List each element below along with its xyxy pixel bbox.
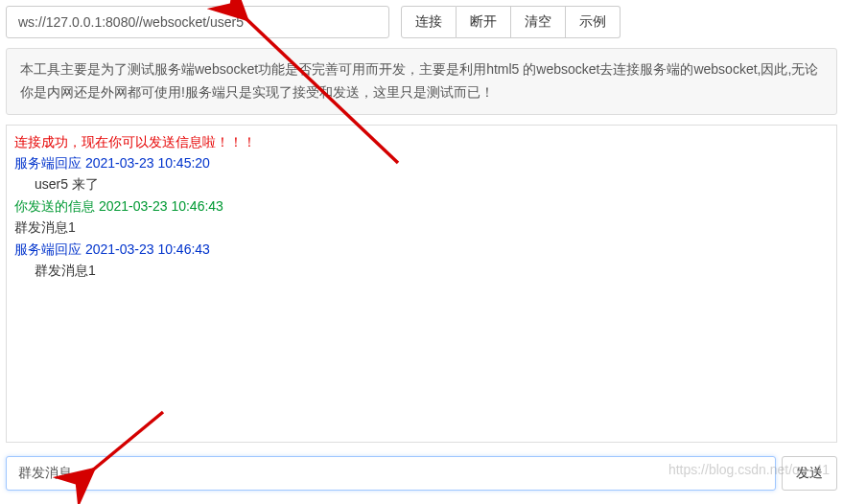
log-body: user5 来了 <box>14 173 829 195</box>
disconnect-button[interactable]: 断开 <box>457 6 511 38</box>
log-body: 群发消息1 <box>14 260 829 281</box>
compose-row: 发送 <box>6 456 837 491</box>
log-connected: 连接成功，现在你可以发送信息啦！！！ <box>14 131 829 152</box>
log-body: 群发消息1 <box>14 217 829 238</box>
description-text: 本工具主要是为了测试服务端websocket功能是否完善可用而开发，主要是利用h… <box>20 61 818 100</box>
send-button[interactable]: 发送 <box>782 456 837 491</box>
description-panel: 本工具主要是为了测试服务端websocket功能是否完善可用而开发，主要是利用h… <box>6 48 837 115</box>
log-you-sent: 你发送的信息 2021-03-23 10:46:43 <box>14 195 829 217</box>
connect-button[interactable]: 连接 <box>401 6 457 38</box>
websocket-url-input[interactable] <box>6 6 389 38</box>
message-input[interactable] <box>6 456 776 491</box>
log-server-response: 服务端回应 2021-03-23 10:45:20 <box>14 152 829 173</box>
toolbar: 连接 断开 清空 示例 <box>6 6 837 38</box>
message-log[interactable]: 连接成功，现在你可以发送信息啦！！！ 服务端回应 2021-03-23 10:4… <box>6 125 837 443</box>
log-server-response: 服务端回应 2021-03-23 10:46:43 <box>14 239 829 260</box>
example-button[interactable]: 示例 <box>566 6 621 38</box>
clear-button[interactable]: 清空 <box>511 6 566 38</box>
